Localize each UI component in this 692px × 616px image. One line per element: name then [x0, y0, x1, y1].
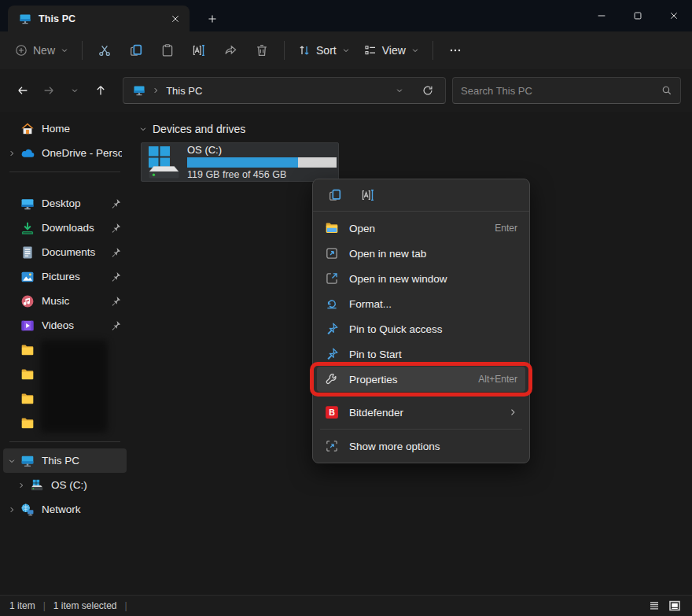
menu-item-pin-to-quick-access[interactable]: Pin to Quick access: [317, 316, 525, 341]
address-dropdown-button[interactable]: [388, 79, 410, 101]
pictures-icon: [20, 270, 35, 284]
sidebar-item-onedrive-persona[interactable]: OneDrive - Persona: [3, 141, 127, 165]
menu-item-label: Pin to Start: [349, 349, 402, 360]
menu-item-open[interactable]: OpenEnter: [317, 216, 525, 241]
rename-button[interactable]: [183, 37, 215, 64]
rename-button[interactable]: [356, 183, 380, 207]
close-button[interactable]: [656, 0, 692, 31]
view-button[interactable]: View: [357, 39, 426, 61]
sidebar-item-documents[interactable]: Documents: [3, 240, 127, 264]
sidebar-item-downloads[interactable]: Downloads: [3, 216, 127, 240]
chevron-right-icon[interactable]: [13, 481, 30, 489]
thumbnail-view-button[interactable]: [666, 599, 683, 614]
menu-item-open-in-new-tab[interactable]: Open in new tab: [317, 241, 525, 266]
menu-item-bitdefender[interactable]: BBitdefender: [317, 400, 525, 425]
menu-item-format[interactable]: Format...: [317, 291, 525, 316]
new-button[interactable]: New: [8, 39, 75, 61]
navigation-pane: HomeOneDrive - Persona DesktopDownloadsD…: [0, 112, 130, 595]
copy-icon: [328, 188, 342, 202]
cut-button[interactable]: [89, 37, 120, 64]
drive-meta: OS (C:) 119 GB free of 456 GB: [187, 144, 337, 180]
up-button[interactable]: [89, 79, 112, 102]
refresh-icon: [421, 84, 434, 97]
share-button[interactable]: [215, 37, 246, 64]
sidebar-item-label: Downloads: [42, 222, 109, 234]
details-view-button[interactable]: [646, 599, 662, 614]
new-tab-button[interactable]: [201, 9, 223, 28]
show-more-icon: [325, 439, 339, 453]
sort-button[interactable]: Sort: [291, 39, 357, 61]
selection-count: 1 item selected: [53, 600, 117, 611]
sidebar-item-music[interactable]: Music: [3, 289, 127, 313]
item-count: 1 item: [9, 600, 35, 611]
sidebar-item-home[interactable]: Home: [3, 116, 127, 141]
monitor-icon: [20, 454, 35, 468]
arrow-up-icon: [94, 84, 107, 97]
plus-icon: [207, 13, 218, 24]
paste-button[interactable]: [152, 37, 183, 64]
command-bar: New Sort View: [0, 31, 692, 69]
os-drive-icon: [146, 145, 181, 179]
refresh-button[interactable]: [417, 79, 439, 101]
drive-name: OS (C:): [187, 144, 337, 156]
open-folder-icon: [325, 221, 339, 235]
folder-icon: [20, 392, 35, 406]
search-icon: [661, 85, 672, 96]
minimize-button[interactable]: [583, 0, 620, 31]
desktop-icon: [20, 197, 35, 211]
see-more-button[interactable]: [440, 37, 471, 64]
copy-button[interactable]: [323, 183, 347, 207]
tab-close-button[interactable]: [166, 9, 185, 28]
back-button[interactable]: [11, 79, 34, 102]
rename-icon: [192, 43, 206, 57]
home-icon: [20, 122, 35, 136]
redacted-label-area: [40, 340, 108, 433]
divider: [432, 41, 433, 60]
scissors-icon: [98, 43, 112, 57]
arrow-right-icon: [42, 84, 55, 97]
this-pc-icon: [19, 13, 31, 25]
address-bar[interactable]: This PC: [123, 77, 446, 104]
sidebar-item-videos[interactable]: Videos: [3, 313, 127, 338]
sidebar-item-pictures[interactable]: Pictures: [3, 264, 127, 289]
sidebar-item-this-pc[interactable]: This PC: [3, 448, 127, 473]
copy-button[interactable]: [120, 37, 152, 64]
drive-tile-os-c[interactable]: OS (C:) 119 GB free of 456 GB: [141, 142, 339, 182]
chevron-right-icon[interactable]: [3, 149, 20, 157]
tab-this-pc[interactable]: This PC: [8, 6, 190, 31]
menu-item-show-more-options[interactable]: Show more options: [317, 433, 525, 459]
recent-locations-button[interactable]: [63, 79, 86, 102]
divider: [320, 429, 522, 430]
menu-item-properties[interactable]: PropertiesAlt+Enter: [317, 367, 525, 392]
sidebar-item-network[interactable]: Network: [3, 497, 127, 522]
paste-icon: [160, 43, 175, 57]
svg-text:B: B: [329, 408, 335, 417]
view-toggles: [646, 599, 683, 614]
sidebar-item-label: Pictures: [42, 271, 109, 282]
divider: |: [125, 600, 127, 611]
forward-button[interactable]: [37, 79, 60, 102]
chevron-right-icon[interactable]: [3, 506, 20, 514]
chevron-down-icon[interactable]: [3, 457, 20, 465]
devices-and-drives-header[interactable]: Devices and drives: [138, 120, 692, 137]
breadcrumb[interactable]: This PC: [166, 85, 202, 97]
menu-item-open-in-new-window[interactable]: Open in new window: [317, 266, 525, 291]
sidebar-item-label: OS (C:): [51, 479, 122, 491]
spacer: [0, 179, 130, 191]
open-new-window-icon: [325, 271, 339, 286]
sidebar-item-desktop[interactable]: Desktop: [3, 191, 127, 216]
network-icon: [20, 503, 35, 517]
ellipsis-icon: [449, 44, 462, 57]
menu-shortcut: Enter: [495, 223, 517, 234]
menu-item-label: Properties: [349, 374, 398, 385]
folder-icon: [20, 343, 35, 357]
menu-shortcut: Alt+Enter: [478, 374, 517, 385]
menu-item-pin-to-start[interactable]: Pin to Start: [317, 341, 525, 367]
onedrive-icon: [20, 146, 35, 160]
context-menu: OpenEnterOpen in new tabOpen in new wind…: [312, 179, 530, 463]
sort-button-label: Sort: [316, 44, 337, 57]
maximize-button[interactable]: [620, 0, 656, 31]
sidebar-item-os-c[interactable]: OS (C:): [3, 473, 127, 497]
delete-button[interactable]: [246, 37, 278, 64]
search-input[interactable]: [461, 85, 661, 97]
